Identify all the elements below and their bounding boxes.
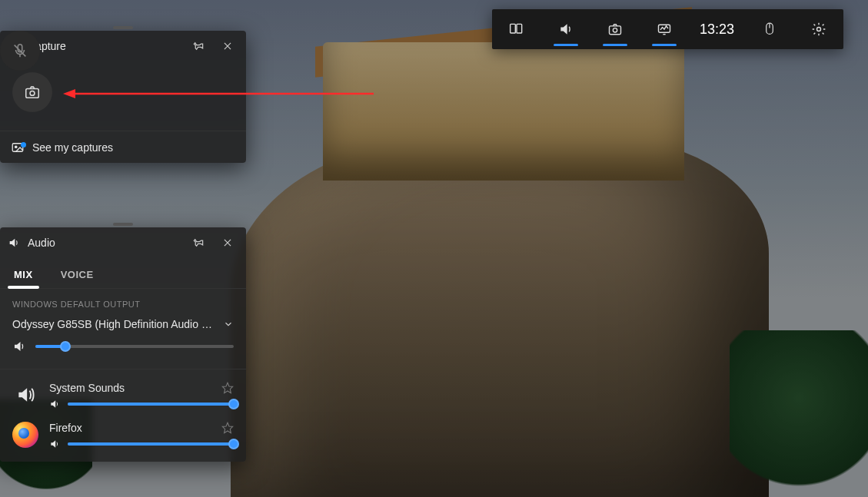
svg-marker-21: [222, 422, 232, 432]
see-captures-link[interactable]: See my captures: [0, 131, 246, 163]
mouse-icon: [763, 22, 777, 37]
see-captures-label: See my captures: [32, 141, 113, 154]
system-sounds-icon: [12, 382, 38, 408]
firefox-icon: [12, 422, 38, 448]
speaker-icon: [49, 439, 60, 449]
camera-icon: [607, 22, 623, 37]
speaker-icon: [49, 399, 60, 409]
tab-mix[interactable]: MIX: [8, 269, 39, 288]
screenshot-button[interactable]: [12, 72, 52, 112]
output-device-dropdown[interactable]: Odyssey G85SB (High Definition Audio D..…: [0, 313, 246, 333]
tab-voice[interactable]: VOICE: [55, 269, 100, 288]
gear-icon: [811, 22, 826, 37]
device-name: Odyssey G85SB (High Definition Audio D..…: [12, 318, 217, 330]
capture-button[interactable]: [590, 9, 640, 49]
app-name: Firefox: [49, 422, 221, 434]
svg-rect-1: [517, 24, 522, 33]
panel-title: Capture: [28, 40, 180, 52]
app-name: System Sounds: [49, 382, 221, 394]
performance-button[interactable]: [640, 9, 689, 49]
star-icon: [221, 422, 234, 434]
audio-button[interactable]: [541, 9, 590, 49]
speaker-icon: [8, 237, 20, 249]
camera-icon: [24, 84, 41, 101]
drag-handle[interactable]: [113, 26, 133, 29]
svg-point-17: [15, 146, 17, 147]
speaker-icon: [558, 22, 574, 37]
close-button[interactable]: [217, 35, 238, 57]
star-icon: [221, 382, 234, 394]
close-icon: [222, 41, 233, 51]
app-volume-slider[interactable]: [68, 403, 234, 406]
mic-toggle-button[interactable]: [0, 31, 40, 71]
master-volume-slider[interactable]: [35, 345, 234, 348]
svg-rect-2: [609, 26, 620, 35]
pin-icon: [192, 237, 205, 249]
svg-rect-0: [510, 24, 516, 33]
widgets-icon: [509, 22, 524, 37]
capture-panel: Capture: [0, 31, 246, 163]
clock: 13:23: [689, 9, 745, 49]
section-label: WINDOWS DEFAULT OUTPUT: [0, 289, 246, 313]
close-icon: [222, 237, 233, 248]
close-button[interactable]: [217, 232, 238, 253]
gamebar-topbar: 13:23: [492, 9, 843, 49]
pin-icon: [192, 40, 205, 52]
svg-rect-10: [26, 88, 39, 98]
svg-marker-20: [222, 383, 232, 393]
drag-handle[interactable]: [113, 223, 133, 226]
divider: [0, 369, 246, 369]
speaker-icon: [12, 340, 26, 353]
settings-button[interactable]: [794, 9, 843, 49]
performance-icon: [657, 22, 672, 37]
audio-panel: Audio MIX VOICE WINDOWS DEFAULT OUTPUT O…: [0, 227, 246, 462]
svg-point-3: [613, 28, 617, 32]
mouse-button[interactable]: [745, 9, 794, 49]
panel-title: Audio: [28, 237, 180, 249]
favorite-toggle[interactable]: [221, 382, 234, 394]
chevron-down-icon: [223, 319, 234, 330]
svg-point-7: [817, 28, 821, 31]
pin-button[interactable]: [188, 35, 209, 57]
favorite-toggle[interactable]: [221, 422, 234, 434]
svg-point-11: [30, 91, 35, 95]
app-volume-row: System Sounds: [0, 373, 246, 413]
notification-dot: [21, 142, 26, 147]
app-volume-slider[interactable]: [68, 442, 234, 446]
pin-button[interactable]: [188, 232, 209, 253]
mic-off-icon: [12, 42, 28, 59]
widgets-button[interactable]: [492, 9, 541, 49]
app-volume-row: Firefox: [0, 413, 246, 462]
